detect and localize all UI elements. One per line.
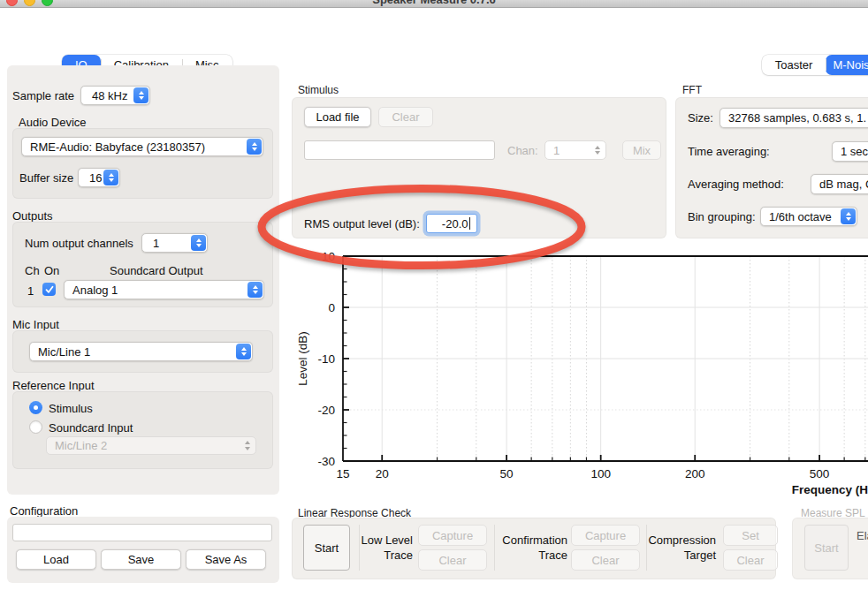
stimulus-radio-label: Stimulus (49, 402, 93, 415)
chan-label: Chan: (507, 144, 538, 157)
svg-text:Level (dB): Level (dB) (296, 331, 309, 386)
averaging-method-label: Averaging method: (688, 178, 784, 191)
svg-text:15: 15 (336, 467, 349, 480)
column-header-soundcard-output: Soundcard Output (110, 264, 203, 277)
stepper-icon (245, 437, 250, 454)
stepper-icon (247, 282, 263, 298)
clear-file-button[interactable]: Clear (378, 107, 433, 127)
svg-text:-30: -30 (317, 455, 335, 468)
svg-text:100: 100 (590, 467, 611, 480)
stepper-icon (247, 139, 262, 155)
time-averaging-popup[interactable]: 1 seco (832, 141, 868, 162)
compression-set-button[interactable]: Set (723, 525, 778, 546)
elapsed-label: Ela (857, 529, 868, 542)
source-tab-bar: Toaster M-Nois (762, 55, 868, 75)
configuration-name-field[interactable] (12, 524, 272, 541)
output-channel-number: 1 (27, 284, 34, 298)
svg-text:20: 20 (376, 467, 389, 480)
stepper-icon (191, 235, 206, 251)
sample-rate-label: Sample rate (12, 89, 74, 102)
window-title: Speaker Measure 0.7.6 (0, 0, 868, 6)
audio-device-label: Audio Device (19, 116, 87, 129)
low-level-capture-button[interactable]: Capture (418, 525, 487, 546)
chan-stepper: 1 (544, 140, 606, 160)
averaging-method-popup[interactable]: dB mag, Com (811, 174, 868, 194)
svg-text:0: 0 (328, 301, 335, 314)
save-as-button[interactable]: Save As (186, 549, 266, 570)
stimulus-group-label: Stimulus (298, 84, 339, 96)
svg-text:200: 200 (685, 467, 705, 480)
measure-spl-start-button[interactable]: Start (804, 525, 849, 571)
rms-output-level-label: RMS output level (dB): (304, 217, 420, 231)
svg-text:-10: -10 (317, 352, 335, 366)
compression-clear-button[interactable]: Clear (723, 549, 778, 571)
confirmation-capture-button[interactable]: Capture (571, 525, 640, 546)
title-bar: Speaker Measure 0.7.6 (0, 0, 868, 8)
checkmark-icon (45, 285, 54, 294)
mic-input-popup[interactable]: Mic/Line 1 (29, 342, 253, 361)
stepper-icon (133, 87, 148, 103)
buffer-size-label: Buffer size (19, 171, 73, 185)
tab-toaster[interactable]: Toaster (762, 55, 826, 75)
tab-m-noise[interactable]: M-Nois (826, 55, 868, 75)
soundcard-input-radio-label: Soundcard Input (49, 421, 133, 435)
configuration-label: Configuration (10, 504, 78, 518)
bin-grouping-popup[interactable]: 1/6th octave (760, 207, 857, 226)
fft-size-popup[interactable]: 32768 samples, 0.683 s, 1. (720, 108, 868, 128)
column-header-ch: Ch (25, 264, 40, 277)
response-chart: 100-10-20-30152050100200500Level (dB)Fre… (292, 250, 868, 506)
stimulus-file-field[interactable] (304, 140, 495, 160)
num-output-channels-popup[interactable]: 1 (141, 233, 208, 253)
stepper-icon (841, 208, 856, 224)
reference-input-label: Reference Input (12, 379, 95, 392)
text-cursor (469, 217, 471, 230)
num-output-channels-label: Num output channels (25, 237, 133, 250)
rms-output-level-field[interactable]: -20.0 (426, 214, 477, 233)
soundcard-output-popup[interactable]: Analog 1 (64, 280, 264, 299)
chart-canvas: 100-10-20-30152050100200500Level (dB)Fre… (292, 250, 868, 506)
svg-text:Frequency (H: Frequency (H (792, 483, 868, 496)
load-button[interactable]: Load (16, 549, 96, 570)
linear-check-start-button[interactable]: Start (303, 525, 350, 571)
audio-device-popup[interactable]: RME-Audio: Babyface (23180357) (21, 137, 263, 156)
svg-text:-20: -20 (317, 404, 335, 417)
mic-input-label: Mic Input (12, 318, 59, 331)
load-file-button[interactable]: Load file (304, 107, 371, 127)
buffer-size-popup[interactable]: 16 (78, 168, 120, 187)
stepper-icon (103, 170, 118, 185)
soundcard-input-radio[interactable] (29, 420, 42, 434)
stepper-icon (236, 344, 251, 359)
svg-text:50: 50 (500, 467, 514, 480)
svg-text:500: 500 (810, 467, 830, 480)
fft-group-label: FFT (682, 84, 702, 96)
low-level-clear-button[interactable]: Clear (418, 549, 487, 571)
stepper-icon (595, 141, 600, 159)
low-level-trace-label: Low Level Trace (357, 533, 413, 563)
channel-on-checkbox[interactable] (42, 283, 56, 296)
column-header-on: On (44, 264, 59, 277)
time-averaging-label: Time averaging: (688, 145, 770, 158)
confirmation-clear-button[interactable]: Clear (571, 549, 640, 571)
fft-size-label: Size: (688, 111, 713, 125)
mix-button[interactable]: Mix (622, 140, 661, 160)
save-button[interactable]: Save (101, 549, 181, 570)
svg-text:10: 10 (322, 250, 335, 263)
outputs-label: Outputs (12, 209, 53, 223)
confirmation-trace-label: Confirmation Trace (495, 533, 567, 563)
bin-grouping-label: Bin grouping: (688, 210, 756, 223)
reference-soundcard-popup: Mic/Line 2 (46, 436, 256, 455)
stimulus-radio[interactable] (29, 401, 42, 414)
compression-target-label: Compression Target (645, 533, 716, 563)
sample-rate-popup[interactable]: 48 kHz (80, 86, 150, 105)
